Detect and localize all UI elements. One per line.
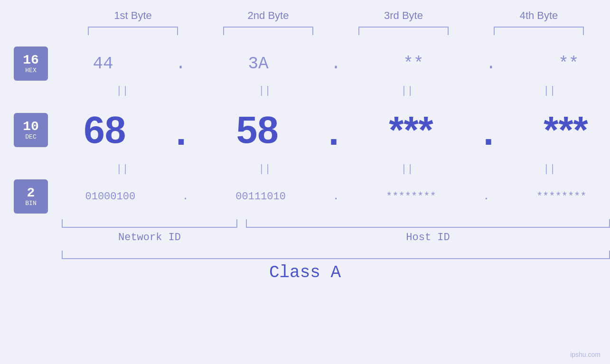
bin-byte-4: ******** — [536, 191, 587, 203]
eq-1: || — [66, 85, 179, 97]
eq-4: || — [493, 85, 607, 97]
watermark: ipshu.com — [570, 351, 601, 358]
dec-dot-1: . — [169, 116, 192, 154]
bin-badge-area: 2 BIN — [0, 179, 62, 214]
hex-byte-1: 44 — [93, 54, 113, 74]
byte-header-4: 4th Byte — [482, 9, 596, 22]
dec-byte-3: *** — [389, 108, 433, 152]
bin-badge-label: BIN — [25, 200, 36, 207]
bin-data-area: 01000100 . 00111010 . ******** . *******… — [62, 191, 610, 203]
bin-byte-2: 00111010 — [235, 191, 286, 203]
hex-dot-3: . — [486, 54, 497, 74]
dec-badge: 10 DEC — [14, 113, 48, 147]
bracket-1 — [88, 27, 178, 35]
bin-dot-3: . — [483, 191, 489, 203]
class-label: Class A — [269, 263, 341, 282]
eq-8: || — [493, 163, 607, 175]
overall-bracket-spacer — [0, 251, 62, 259]
eq-6: || — [208, 163, 322, 175]
byte-header-3: 3rd Byte — [347, 9, 460, 22]
hex-full-row: 16 HEX 44 . 3A . ** . ** — [0, 45, 610, 83]
dec-badge-number: 10 — [23, 120, 39, 133]
bottom-bracket-row — [0, 219, 610, 228]
eq-3: || — [350, 85, 464, 97]
network-id-label: Network ID — [62, 232, 237, 243]
bin-badge-number: 2 — [27, 187, 35, 200]
dec-byte-4: *** — [544, 108, 588, 152]
bin-full-row: 2 BIN 01000100 . 00111010 . ******** . *… — [0, 177, 610, 215]
bracket-spacer — [0, 219, 62, 228]
bracket-gap — [237, 219, 246, 228]
hex-data-area: 44 . 3A . ** . ** — [62, 54, 610, 74]
hex-badge: 16 HEX — [14, 47, 48, 81]
dec-badge-area: 10 DEC — [0, 113, 62, 147]
bin-badge: 2 BIN — [14, 179, 48, 214]
hex-byte-3: ** — [403, 54, 423, 74]
eq-5: || — [66, 163, 179, 175]
eq-7: || — [350, 163, 464, 175]
bin-dot-1: . — [182, 191, 188, 203]
dec-byte-2: 58 — [236, 108, 279, 152]
top-brackets — [66, 27, 607, 35]
dec-dot-2: . — [322, 116, 345, 154]
hex-badge-number: 16 — [23, 54, 39, 67]
id-label-spacer — [0, 232, 62, 243]
host-id-label: Host ID — [246, 232, 610, 243]
bracket-4 — [494, 27, 584, 35]
dec-data-area: 68 . 58 . *** . *** — [62, 108, 610, 152]
hex-byte-2: 3A — [248, 54, 268, 74]
hex-badge-label: HEX — [25, 67, 36, 74]
hex-byte-4: ** — [558, 54, 579, 74]
bracket-3 — [358, 27, 449, 35]
bin-dot-2: . — [333, 191, 339, 203]
class-label-container: Class A — [269, 263, 341, 282]
eq-area-2: || || || || — [62, 163, 610, 175]
hex-dot-1: . — [176, 54, 186, 74]
hex-badge-area: 16 HEX — [0, 47, 62, 81]
dec-dot-3: . — [477, 116, 500, 154]
dec-full-row: 10 DEC 68 . 58 . *** . *** — [0, 99, 610, 161]
byte-header-1: 1st Byte — [76, 9, 190, 22]
byte-headers-row: 1st Byte 2nd Byte 3rd Byte 4th Byte — [66, 9, 607, 22]
eq-2: || — [208, 85, 322, 97]
dec-byte-1: 68 — [84, 108, 126, 152]
id-labels-row: Network ID Host ID — [0, 232, 610, 243]
byte-header-2: 2nd Byte — [211, 9, 325, 22]
bin-byte-3: ******** — [386, 191, 436, 203]
id-gap — [237, 232, 246, 243]
bin-byte-1: 01000100 — [85, 191, 135, 203]
bracket-2 — [223, 27, 313, 35]
equals-row-1: || || || || — [0, 83, 610, 99]
overall-bracket-row — [0, 251, 610, 259]
eq-area-1: || || || || — [62, 85, 610, 97]
dec-badge-label: DEC — [25, 133, 36, 140]
equals-row-2: || || || || — [0, 161, 610, 177]
network-bracket — [62, 219, 237, 228]
main-container: 1st Byte 2nd Byte 3rd Byte 4th Byte 16 H… — [0, 0, 610, 364]
hex-dot-2: . — [331, 54, 341, 74]
overall-bracket — [62, 251, 610, 259]
host-bracket — [246, 219, 610, 228]
